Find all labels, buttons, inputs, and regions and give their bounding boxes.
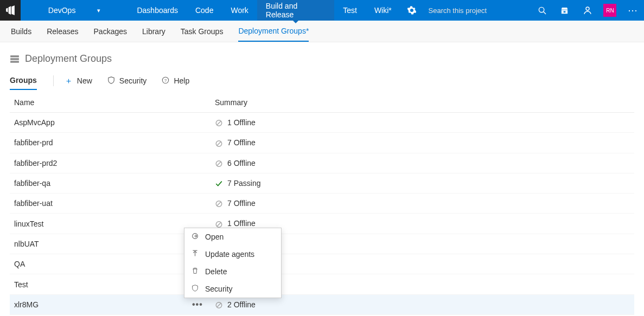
security-label: Security (119, 76, 147, 85)
offline-icon (215, 118, 227, 127)
svg-line-13 (217, 162, 221, 165)
menu-label: Security (205, 285, 233, 293)
delete-icon (191, 267, 199, 276)
row-name[interactable]: fabfiber-prd (14, 138, 215, 147)
menu-label: Delete (205, 267, 227, 276)
nav-tabs: DashboardsCodeWorkBuild and ReleaseTestW… (128, 0, 400, 21)
table-row[interactable]: fabfiber-uat7 Offline (10, 194, 634, 214)
more-icon[interactable]: ••• (192, 300, 203, 309)
nav-tab-code[interactable]: Code (187, 0, 222, 21)
help-button[interactable]: ? Help (162, 76, 189, 86)
column-summary[interactable]: Summary (215, 98, 630, 107)
summary-text: 6 Offline (227, 159, 256, 167)
groups-tab[interactable]: Groups (10, 72, 37, 90)
row-summary: 1 Offline (215, 219, 630, 228)
user-icon[interactable] (576, 0, 599, 21)
column-name[interactable]: Name (14, 98, 215, 107)
table: Name Summary AspMvcApp1 Offlinefabfiber-… (0, 91, 644, 315)
check-icon (215, 179, 227, 188)
sub-nav-packages[interactable]: Packages (94, 22, 127, 41)
logo-icon[interactable] (0, 0, 21, 21)
help-label: Help (174, 76, 189, 85)
menu-item-security[interactable]: Security (184, 280, 281, 298)
svg-point-2 (586, 7, 589, 10)
search-box[interactable] (423, 0, 531, 21)
top-nav: DevOps ▾ DashboardsCodeWorkBuild and Rel… (0, 0, 644, 21)
menu-label: Update agents (205, 250, 254, 259)
svg-rect-4 (10, 58, 19, 60)
table-row[interactable]: xlr8MG•••2 Offline (10, 295, 634, 315)
update-icon (191, 250, 199, 259)
nav-tab-test[interactable]: Test (334, 0, 366, 21)
menu-item-open[interactable]: Open (184, 228, 281, 246)
svg-line-9 (217, 121, 221, 125)
page-header: Deployment Groups (0, 42, 644, 71)
svg-text:?: ? (164, 78, 167, 83)
search-icon[interactable] (531, 0, 553, 21)
open-icon (191, 233, 199, 241)
menu-item-delete[interactable]: Delete (184, 263, 281, 280)
row-name[interactable]: fabfiber-prd2 (14, 159, 215, 167)
sub-nav-library[interactable]: Library (142, 22, 165, 41)
nav-tab-build-and-release[interactable]: Build and Release (257, 0, 334, 21)
avatar[interactable]: RN (599, 0, 622, 21)
offline-icon (215, 159, 227, 167)
table-row[interactable]: QA1 Offline (10, 254, 634, 274)
svg-line-15 (217, 202, 221, 206)
sub-nav-deployment-groups-[interactable]: Deployment Groups* (238, 21, 309, 42)
more-icon[interactable]: ⋯ (621, 0, 644, 21)
table-row[interactable]: nlbUAT1 Offline (10, 234, 634, 254)
summary-text: 7 Passing (227, 179, 260, 188)
marketplace-icon[interactable] (553, 0, 576, 21)
table-row[interactable]: fabfiber-qa7 Passing (10, 173, 634, 194)
project-selector[interactable]: DevOps ▾ (21, 0, 129, 21)
nav-tab-work[interactable]: Work (222, 0, 257, 21)
new-button[interactable]: ＋ New (65, 76, 92, 86)
security-button[interactable]: Security (107, 76, 147, 86)
summary-text: 1 Offline (227, 118, 256, 127)
page-title: Deployment Groups (25, 53, 112, 65)
row-name[interactable]: fabfiber-uat (14, 199, 215, 208)
row-name[interactable]: AspMvcApp (14, 118, 215, 127)
table-row[interactable]: Test2 Offline (10, 274, 634, 294)
sub-nav-task-groups[interactable]: Task Groups (181, 22, 224, 41)
svg-line-1 (544, 11, 546, 14)
offline-icon (215, 300, 227, 309)
svg-point-0 (539, 7, 544, 12)
row-summary: 7 Offline (215, 199, 630, 208)
offline-icon (215, 219, 227, 228)
plus-icon: ＋ (65, 76, 73, 86)
project-name: DevOps (48, 6, 76, 15)
svg-line-25 (217, 303, 221, 307)
chevron-down-icon: ▾ (97, 7, 100, 14)
summary-text: 7 Offline (227, 199, 256, 208)
svg-rect-5 (10, 61, 19, 62)
shield-icon (107, 76, 115, 86)
svg-line-17 (217, 222, 221, 226)
sub-nav-builds[interactable]: Builds (11, 22, 31, 41)
table-row[interactable]: fabfiber-prd26 Offline (10, 153, 634, 173)
toolbar: Groups ＋ New Security ? Help (0, 71, 644, 91)
sub-nav-releases[interactable]: Releases (47, 22, 78, 41)
security-icon (191, 285, 199, 293)
table-row[interactable]: linuxTest1 Offline (10, 214, 634, 234)
table-row[interactable]: AspMvcApp1 Offline (10, 113, 634, 133)
sub-nav: BuildsReleasesPackagesLibraryTask Groups… (0, 21, 644, 42)
row-name[interactable]: xlr8MG (14, 300, 215, 309)
search-input[interactable] (429, 7, 526, 15)
nav-tab-wiki-[interactable]: Wiki* (366, 0, 400, 21)
menu-label: Open (205, 233, 224, 241)
summary-text: 7 Offline (227, 138, 256, 147)
summary-text: 1 Offline (227, 219, 256, 228)
row-name[interactable]: linuxTest (14, 220, 215, 228)
table-row[interactable]: fabfiber-prd7 Offline (10, 133, 634, 153)
gear-icon[interactable] (400, 0, 423, 21)
menu-item-update-agents[interactable]: Update agents (184, 246, 281, 263)
divider (53, 75, 54, 86)
new-label: New (77, 76, 92, 85)
row-summary: 6 Offline (215, 159, 630, 167)
deployment-groups-icon (10, 54, 20, 64)
row-name[interactable]: fabfiber-qa (14, 179, 215, 188)
nav-tab-dashboards[interactable]: Dashboards (128, 0, 187, 21)
row-summary: 1 Offline (215, 118, 630, 127)
